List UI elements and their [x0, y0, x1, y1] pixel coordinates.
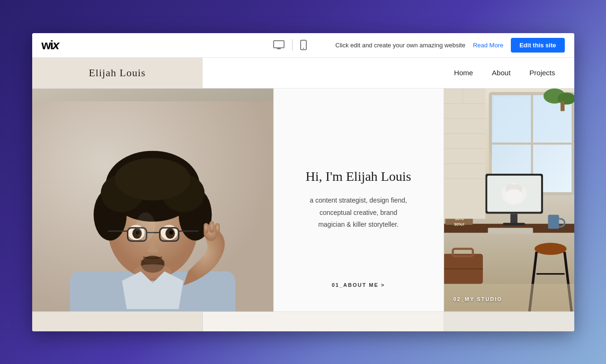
site-content: Hi, I'm Elijah Louis a content strategis… — [32, 89, 574, 311]
svg-rect-71 — [444, 89, 485, 219]
svg-rect-30 — [204, 223, 208, 233]
device-toggle — [273, 39, 307, 51]
studio-photo-bg: 1234 5678 90%# — [444, 89, 574, 311]
svg-point-51 — [505, 189, 523, 203]
hero-text-panel: Hi, I'm Elijah Louis a content strategis… — [274, 89, 444, 311]
site-name-area: Elijah Louis — [32, 58, 203, 88]
edit-site-button[interactable]: Edit this site — [511, 38, 564, 53]
center-content: Hi, I'm Elijah Louis a content strategis… — [306, 117, 411, 282]
svg-rect-39 — [493, 96, 529, 141]
mobile-icon[interactable] — [300, 40, 307, 50]
hero-title: Hi, I'm Elijah Louis — [306, 168, 411, 185]
svg-rect-31 — [209, 221, 214, 233]
svg-rect-53 — [503, 222, 525, 225]
about-me-link[interactable]: 01_ABOUT ME > — [332, 282, 385, 297]
site-navigation: Elijah Louis Home About Projects — [32, 58, 574, 89]
read-more-link[interactable]: Read More — [473, 42, 503, 49]
person-illustration — [32, 89, 273, 311]
studio-photo-panel: 1234 5678 90%# — [444, 89, 574, 311]
svg-point-21 — [169, 231, 173, 234]
hero-subtitle: a content strategist, design fiend, conc… — [306, 195, 410, 231]
cta-text: Click edit and create your own amazing w… — [335, 42, 465, 49]
bottom-right — [444, 312, 574, 331]
bottom-strip — [32, 311, 574, 331]
studio-illustration: 1234 5678 90%# — [444, 89, 574, 311]
nav-links: Home About Projects — [203, 69, 574, 77]
svg-rect-70 — [560, 101, 564, 111]
device-divider — [292, 39, 293, 51]
browser-window: wix Click edit and create — [32, 33, 574, 331]
desktop-icon[interactable] — [273, 40, 285, 50]
svg-rect-52 — [510, 213, 517, 223]
bottom-left — [32, 312, 203, 331]
svg-point-15 — [115, 158, 190, 200]
nav-link-about[interactable]: About — [492, 69, 510, 77]
wix-cta-area: Click edit and create your own amazing w… — [335, 38, 564, 53]
svg-rect-0 — [274, 41, 284, 48]
wix-top-bar: wix Click edit and create — [32, 33, 574, 58]
svg-point-33 — [136, 212, 155, 240]
nav-link-home[interactable]: Home — [454, 69, 473, 77]
bottom-center — [203, 312, 444, 331]
site-name: Elijah Louis — [89, 67, 145, 79]
svg-text:90%#: 90%# — [454, 222, 464, 227]
svg-rect-55 — [548, 214, 559, 229]
person-photo-bg — [32, 89, 273, 311]
svg-rect-54 — [488, 228, 533, 234]
hero-photo-panel — [32, 89, 274, 311]
nav-link-projects[interactable]: Projects — [529, 69, 555, 77]
svg-point-4 — [303, 48, 304, 49]
svg-rect-32 — [215, 223, 220, 233]
wix-logo[interactable]: wix — [42, 38, 59, 53]
studio-label: 02_MY STUDIO — [454, 296, 502, 302]
svg-point-63 — [534, 242, 566, 254]
